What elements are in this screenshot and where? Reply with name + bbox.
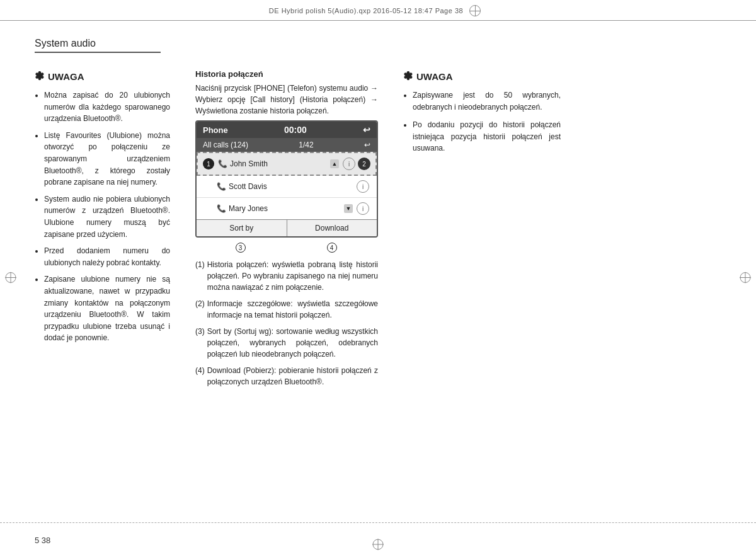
phone-info-icon-2[interactable]: i (357, 180, 369, 193)
right-uwaga-label: UWAGA (416, 71, 453, 82)
phone-contact-name-mary: Mary Jones (229, 204, 344, 213)
header-text: DE Hybrid polish 5(Audio).qxp 2016-05-12… (269, 7, 463, 14)
phone-ui-mockup: Phone 00:00 ↩ All calls (124) 1/42 ↩ 1 📞… (195, 120, 378, 238)
list-item: Po dodaniu pozycji do historii połączeń … (413, 119, 561, 154)
page-number: 5 38 (35, 536, 50, 545)
phone-count: 1/42 (299, 141, 313, 149)
phone-info-icon-1[interactable]: i (343, 158, 355, 170)
left-margin-mark (5, 272, 16, 285)
scroll-down-icon[interactable]: ▼ (344, 204, 353, 213)
list-item: Listę Favourites (Ulubione) można otworz… (44, 130, 170, 188)
phone-badge-2: 2 (358, 158, 370, 170)
list-item: Przed dodaniem numeru do ulubionych nale… (44, 245, 170, 268)
left-uwaga-label: UWAGA (48, 71, 84, 82)
phone-call-icon: 📞 (217, 204, 226, 213)
annotation-text-4: Download (Pobierz): pobieranie historii … (207, 365, 378, 388)
phone-footer: Sort by Download (197, 219, 377, 236)
circle-3: 3 (236, 243, 246, 253)
crosshair-mark (469, 5, 481, 16)
phone-row-mary-jones[interactable]: 📞 Mary Jones ▼ i (197, 198, 377, 219)
phone-subheader: All calls (124) 1/42 ↩ (197, 138, 377, 152)
left-uwaga-title: ✽ UWAGA (35, 69, 170, 83)
phone-header: Phone 00:00 ↩ (197, 122, 377, 138)
page-footer: 5 38 (0, 522, 756, 557)
phone-scroll-control: ▲ (330, 159, 340, 168)
left-uwaga-list: Można zapisać do 20 ulubionych numerów d… (35, 89, 170, 344)
circle-4: 4 (327, 243, 337, 253)
list-item: System audio nie pobiera ulubionych nume… (44, 193, 170, 240)
intro-text: Naciśnij przycisk [PHONE] (Telefon) syst… (195, 83, 378, 117)
scroll-up-icon[interactable]: ▲ (330, 159, 339, 168)
annotation-num-2: (2) (195, 298, 205, 321)
annotation-num-4-label: 4 (287, 243, 378, 253)
left-asterisk-icon: ✽ (35, 69, 44, 83)
right-uwaga-list: Zapisywane jest do 50 wybranych, odebran… (403, 89, 561, 154)
phone-row-scott-davis[interactable]: 📞 Scott Davis i (197, 176, 377, 198)
annotations-list: (1) Historia połączeń: wyświetla pobraną… (195, 259, 378, 388)
annotation-text-3: Sort by (Sortuj wg): sortowanie według w… (207, 326, 378, 360)
bottom-crosshair (372, 539, 384, 552)
list-item: Zapisywane jest do 50 wybranych, odebran… (413, 89, 561, 113)
left-column: ✽ UWAGA Można zapisać do 20 ulubionych n… (0, 63, 183, 519)
download-button[interactable]: Download (287, 220, 377, 236)
section-title: System audio (35, 38, 161, 53)
phone-row-john-smith[interactable]: 1 📞 John Smith ▲ i 2 (197, 152, 377, 176)
sort-by-button[interactable]: Sort by (197, 220, 287, 236)
phone-time: 00:00 (284, 125, 307, 135)
phone-info-icon-3[interactable]: i (357, 202, 369, 215)
right-margin-mark (740, 272, 751, 285)
right-asterisk-icon: ✽ (403, 69, 413, 83)
phone-call-icon: 📞 (217, 182, 226, 191)
annotation-num-4: (4) (195, 365, 205, 388)
annotation-item-2: (2) Informacje szczegółowe: wyświetla sz… (195, 298, 378, 321)
annotation-text-2: Informacje szczegółowe: wyświetla szczeg… (207, 298, 378, 321)
content-area: ✽ UWAGA Można zapisać do 20 ulubionych n… (0, 63, 756, 519)
historia-title: Historia połączeń (195, 69, 378, 79)
phone-row-num-1: 1 (203, 158, 214, 169)
phone-back-icon: ↩ (364, 141, 370, 149)
phone-contact-name-john: John Smith (230, 159, 330, 168)
annotation-text-1: Historia połączeń: wyświetla pobraną lis… (207, 259, 378, 293)
annotation-num-1: (1) (195, 259, 205, 293)
phone-allcalls-label: All calls (124) (203, 141, 248, 149)
phone-scroll-down-control: ▼ (344, 204, 354, 213)
annotation-item-3: (3) Sort by (Sortuj wg): sortowanie wedł… (195, 326, 378, 360)
phone-contact-name-scott: Scott Davis (229, 182, 357, 191)
annotation-num-3-label: 3 (195, 243, 287, 253)
right-column: ✽ UWAGA Zapisywane jest do 50 wybranych,… (391, 63, 573, 519)
annotation-num-3: (3) (195, 326, 205, 360)
annotation-item-1: (1) Historia połączeń: wyświetla pobraną… (195, 259, 378, 293)
footer-annotations-row: 3 4 (195, 243, 378, 253)
right-uwaga-title: ✽ UWAGA (403, 69, 561, 83)
download-label: Download (315, 224, 348, 233)
middle-column: Historia połączeń Naciśnij przycisk [PHO… (183, 63, 391, 519)
crosshair-circle (469, 5, 481, 16)
sort-by-label: Sort by (229, 224, 253, 233)
page-header: DE Hybrid polish 5(Audio).qxp 2016-05-12… (0, 5, 756, 21)
list-item: Zapisane ulubione numery nie są aktualiz… (44, 273, 170, 344)
phone-header-back-icon: ↩ (363, 125, 370, 135)
list-item: Można zapisać do 20 ulubionych numerów d… (44, 89, 170, 125)
phone-call-icon: 📞 (218, 159, 227, 168)
annotation-item-4: (4) Download (Pobierz): pobieranie histo… (195, 365, 378, 388)
phone-label: Phone (203, 125, 228, 135)
